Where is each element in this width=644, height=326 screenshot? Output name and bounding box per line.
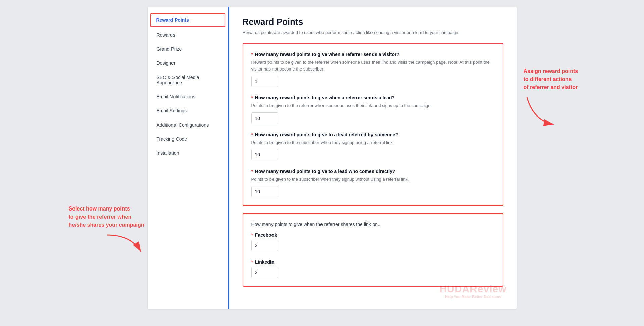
page-title: Reward Points [243, 17, 503, 27]
right-annotation: Assign reward pointsto different actions… [524, 67, 578, 91]
visitor-points-group: * How many reward points to give when a … [251, 52, 495, 87]
linkedin-points-group: * LinkedIn [251, 259, 495, 278]
social-sharing-title: How many points to give when the referre… [251, 222, 495, 227]
sidebar-item-additional-configurations[interactable]: Additional Configurations [148, 118, 228, 132]
facebook-points-input[interactable] [251, 240, 278, 251]
lead-subscriber-points-input[interactable] [251, 149, 278, 160]
sidebar-item-email-settings[interactable]: Email Settings [148, 104, 228, 118]
visitor-points-input[interactable] [251, 76, 278, 87]
linkedin-points-label: * LinkedIn [251, 259, 495, 265]
sidebar-item-email-notifications[interactable]: Email Notifications [148, 90, 228, 103]
lead-referrer-points-input[interactable] [251, 112, 278, 124]
lead-subscriber-points-group: * How many reward points to give to a le… [251, 132, 495, 161]
sidebar-item-reward-points[interactable]: Reward Points [150, 13, 225, 27]
linkedin-points-input[interactable] [251, 267, 278, 278]
sidebar-item-grand-prize[interactable]: Grand Prize [148, 42, 228, 56]
page-subtitle: Rewards points are awarded to users who … [243, 30, 503, 35]
sidebar-item-tracking-code[interactable]: Tracking Code [148, 132, 228, 146]
direct-lead-points-input[interactable] [251, 186, 278, 197]
reward-settings-section: * How many reward points to give when a … [243, 43, 503, 206]
sidebar-item-rewards[interactable]: Rewards [148, 28, 228, 42]
lead-subscriber-points-label: * How many reward points to give to a le… [251, 132, 495, 137]
visitor-points-desc: Reward points to be given to the referre… [251, 59, 495, 72]
sidebar: Reward Points Rewards Grand Prize Design… [148, 7, 228, 309]
direct-lead-points-group: * How many reward points to give to a le… [251, 169, 495, 197]
left-annotation: Select how many pointsto give the referr… [69, 205, 144, 229]
sidebar-item-designer[interactable]: Designer [148, 56, 228, 70]
visitor-points-label: * How many reward points to give when a … [251, 52, 495, 57]
facebook-points-group: * Facebook [251, 232, 495, 251]
sidebar-item-installation[interactable]: Installation [148, 146, 228, 160]
lead-subscriber-points-desc: Points to be given to the subscriber whe… [251, 139, 495, 146]
sidebar-item-seo[interactable]: SEO & Social Media Appearance [148, 71, 228, 89]
facebook-points-label: * Facebook [251, 232, 495, 238]
lead-referrer-points-group: * How many reward points to give when a … [251, 95, 495, 124]
social-sharing-section: How many points to give when the referre… [243, 213, 503, 287]
direct-lead-points-desc: Points to be given to the subscriber whe… [251, 176, 495, 183]
lead-referrer-points-label: * How many reward points to give when a … [251, 95, 495, 100]
lead-referrer-points-desc: Points to be given to the referrer when … [251, 102, 495, 109]
direct-lead-points-label: * How many reward points to give to a le… [251, 169, 495, 174]
main-content: Reward Points Rewards points are awarded… [228, 7, 517, 309]
